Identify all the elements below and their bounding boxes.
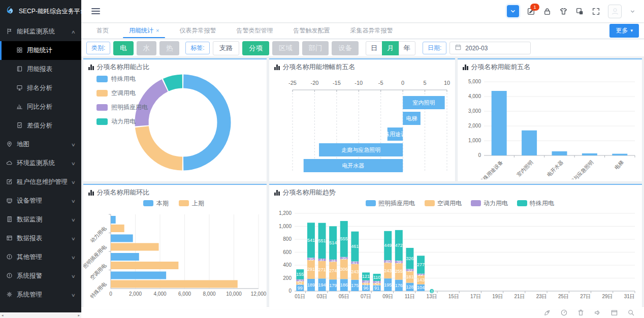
tag-button-4[interactable]: 设备 [332, 41, 359, 55]
category-button-2[interactable]: 热 [159, 41, 179, 55]
svg-text:10,000: 10,000 [226, 291, 242, 297]
svg-text:上期: 上期 [192, 200, 204, 207]
sidebar-item-label: 差值分析 [27, 121, 52, 130]
chevron-down-icon: ∨ [71, 161, 76, 166]
tag-filter-label: 标签: [185, 42, 209, 54]
chevron-down-icon: ∨ [71, 180, 76, 185]
svg-text:特殊用电: 特殊用电 [89, 280, 108, 299]
svg-text:5,000: 5,000 [468, 79, 481, 84]
notifications-icon[interactable]: 1 [527, 7, 535, 16]
sidebar-group-2[interactable]: 环境监测系统∨ [0, 154, 81, 173]
avatar[interactable] [608, 5, 622, 18]
tab-0[interactable]: 首页 [86, 23, 119, 38]
category-button-1[interactable]: 水 [137, 41, 156, 55]
sidebar-group-8[interactable]: 系统报警∨ [0, 267, 81, 285]
legend-item-1[interactable]: 空调用电 [96, 89, 148, 98]
svg-text:555: 555 [340, 236, 348, 241]
svg-text:461: 461 [351, 244, 359, 249]
svg-text:电开水器: 电开水器 [546, 160, 564, 178]
svg-text:243: 243 [384, 268, 392, 273]
top5-bar-chart[interactable]: 01,0002,0003,0004,0005,000特殊用途设备室内照明电开水器… [458, 72, 642, 179]
window-icon[interactable] [610, 309, 618, 316]
copy-pages-icon[interactable] [575, 7, 584, 16]
tab-label: 仪表异常报警 [179, 26, 216, 35]
chart-title-icon [274, 190, 280, 196]
more-button[interactable]: 更多▾ [609, 24, 639, 38]
dashboard-content: 分项名称用能占比 特殊用电空调用电照明插座用电动力用电 分项名称用能增幅前五名 … [81, 56, 644, 306]
svg-text:2,000: 2,000 [129, 291, 142, 297]
chart-title: 分项名称用能环比 [83, 185, 267, 197]
svg-text:400: 400 [283, 262, 292, 268]
period-button-1[interactable]: 月 [382, 41, 399, 55]
sidebar-group-icon [6, 216, 13, 224]
sidebar-item-label: 同比分析 [27, 103, 52, 111]
logo-flame-icon [5, 5, 15, 18]
tag-button-3[interactable]: 部门 [302, 41, 329, 55]
tab-label: 告警类型管理 [236, 26, 273, 35]
trash-icon[interactable] [577, 309, 585, 316]
language-toggle-button[interactable] [507, 5, 519, 17]
svg-text:326: 326 [406, 256, 413, 261]
user-menu-chevron-icon[interactable] [629, 8, 636, 15]
tab-label: 用能统计 [129, 26, 153, 35]
tab-close-icon[interactable]: × [156, 27, 159, 34]
category-button-0[interactable]: 电 [113, 41, 133, 55]
compare-bar-chart[interactable]: 本期上期02,0004,0006,0008,00010,00012,000动力用… [83, 197, 267, 307]
sidebar-group-label: 数据监测 [17, 215, 42, 224]
search-icon[interactable] [627, 309, 635, 316]
tab-1[interactable]: 用能统计× [119, 23, 169, 38]
svg-text:551: 551 [318, 238, 326, 243]
date-input[interactable]: 2020-03 [449, 42, 531, 54]
sidebar-group-6[interactable]: 数据报表∨ [0, 229, 81, 248]
svg-text:449: 449 [384, 243, 392, 248]
svg-text:0: 0 [288, 288, 292, 294]
legend-item-3[interactable]: 动力用电 [96, 117, 148, 126]
svg-text:514: 514 [329, 240, 337, 245]
legend-swatch [96, 90, 108, 97]
sidebar-item-0-1[interactable]: 用能报表 [0, 60, 81, 79]
tab-3[interactable]: 告警类型管理 [226, 23, 283, 38]
sidebar-group-1[interactable]: 地图∨ [0, 135, 81, 154]
sidebar-group-0[interactable]: 能耗监测系统∧ [0, 22, 81, 41]
tab-2[interactable]: 仪表异常报警 [169, 23, 226, 38]
sidebar-item-icon [16, 47, 23, 55]
sidebar-group-icon [6, 178, 13, 186]
svg-text:12,000: 12,000 [251, 291, 267, 297]
tab-4[interactable]: 告警触发配置 [283, 23, 340, 38]
legend-label: 空调用电 [111, 89, 136, 98]
speaker-icon[interactable] [594, 309, 601, 316]
sidebar-item-0-4[interactable]: 差值分析 [0, 116, 81, 135]
svg-text:21日: 21日 [514, 294, 525, 299]
svg-text:0: 0 [401, 80, 404, 86]
charts-row-2: 分项名称用能环比 本期上期02,0004,0006,0008,00010,000… [83, 184, 642, 309]
sidebar-group-4[interactable]: 设备管理∨ [0, 192, 81, 210]
date-value: 2020-03 [465, 45, 488, 52]
tag-button-0[interactable]: 支路 [213, 41, 240, 55]
svg-text:306: 306 [340, 267, 348, 272]
period-button-0[interactable]: 日 [366, 41, 382, 55]
sidebar-item-0-2[interactable]: 排名分析 [0, 79, 81, 98]
trend-stacked-chart[interactable]: 照明插座用电空调用电动力用电特殊用电02004006008001,0001,20… [269, 197, 642, 307]
legend-item-2[interactable]: 照明插座用电 [96, 103, 148, 112]
period-button-2[interactable]: 年 [399, 41, 415, 55]
tag-button-1[interactable]: 分项 [242, 41, 269, 55]
sidebar-item-0-3[interactable]: 同比分析 [0, 98, 81, 116]
sidebar-group-label: 系统管理 [17, 291, 42, 299]
theme-shirt-icon[interactable] [559, 7, 568, 16]
sidebar-hscrollbar[interactable]: ◂▸ [0, 312, 81, 318]
sidebar-group-3[interactable]: 租户信息维护管理∨ [0, 173, 81, 192]
sidebar-group-7[interactable]: 其他管理∨ [0, 248, 81, 267]
menu-collapse-icon[interactable] [89, 6, 102, 16]
sidebar-group-5[interactable]: 数据监测∨ [0, 210, 81, 229]
growth-bar-chart[interactable]: -25-20-15-10-50510室内照明电梯特殊用途设备走廊与应急照明电开水… [269, 72, 455, 179]
sidebar-group-9[interactable]: 系统管理∨ [0, 285, 81, 304]
sidebar-item-0-0[interactable]: 用能统计 [0, 41, 81, 60]
lock-icon[interactable] [543, 7, 552, 16]
fullscreen-icon[interactable] [592, 7, 600, 16]
legend-item-0[interactable]: 特殊用电 [96, 75, 148, 83]
tab-5[interactable]: 采集器异常报警 [340, 23, 403, 38]
tag-button-2[interactable]: 区域 [272, 41, 299, 55]
gauge-icon[interactable] [560, 309, 568, 316]
rocket-icon[interactable] [543, 309, 551, 316]
sidebar-group-icon [6, 253, 13, 262]
